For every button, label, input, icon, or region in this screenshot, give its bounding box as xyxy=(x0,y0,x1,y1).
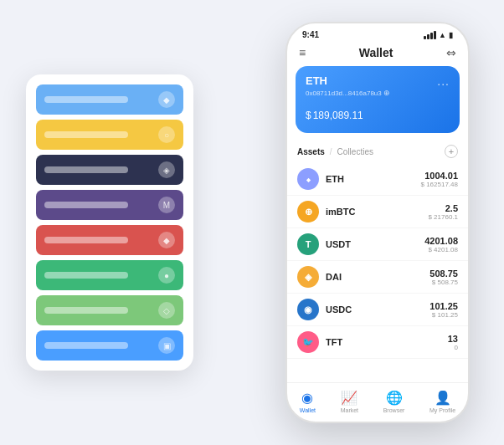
phone-frame: 9:41 ▲ ▮ ≡ Wallet ⇔ ... ETH 0x0 xyxy=(285,22,470,423)
asset-usd: $ 508.75 xyxy=(429,279,458,286)
asset-icon: T xyxy=(297,233,319,255)
asset-usd: 0 xyxy=(448,344,458,351)
asset-item[interactable]: 🐦TFT130 xyxy=(287,326,468,359)
asset-amount: 2.5 xyxy=(428,203,458,213)
card-item[interactable]: ◆ xyxy=(36,225,183,255)
status-icons: ▲ ▮ xyxy=(424,31,453,39)
asset-amounts: 508.75$ 508.75 xyxy=(429,269,458,286)
asset-icon: ⊕ xyxy=(297,201,319,222)
nav-icon-market: 📈 xyxy=(341,390,357,406)
wallet-card[interactable]: ... ETH 0x08711d3d...8416a78u3 ⊕ $189,08… xyxy=(296,66,460,133)
asset-item[interactable]: ⬥ETH1004.01$ 162517.48 xyxy=(287,163,468,196)
nav-item-wallet[interactable]: ◉Wallet xyxy=(300,390,316,413)
add-asset-button[interactable]: + xyxy=(445,145,458,158)
asset-icon: ◉ xyxy=(297,299,319,320)
nav-icon-my-profile: 👤 xyxy=(435,390,451,406)
status-bar: 9:41 ▲ ▮ xyxy=(287,23,468,43)
card-stack: ◆○◈M◆●◇▣ xyxy=(26,74,193,371)
wifi-icon: ▲ xyxy=(439,31,446,39)
asset-amounts: 4201.08$ 4201.08 xyxy=(424,236,458,253)
asset-item[interactable]: ◉USDC101.25$ 101.25 xyxy=(287,294,468,326)
nav-icon-wallet: ◉ xyxy=(301,390,313,406)
asset-item[interactable]: ⊕imBTC2.5$ 21760.1 xyxy=(287,196,468,228)
wallet-title: Wallet xyxy=(359,46,393,59)
asset-name: USDT xyxy=(326,239,424,249)
card-item[interactable]: ◆ xyxy=(36,84,183,115)
card-item[interactable]: M xyxy=(36,190,183,220)
asset-icon: 🐦 xyxy=(297,331,319,353)
wallet-address: 0x08711d3d...8416a78u3 ⊕ xyxy=(306,89,450,97)
tab-divider: / xyxy=(330,147,332,156)
asset-usd: $ 162517.48 xyxy=(421,181,459,188)
battery-icon: ▮ xyxy=(449,31,453,39)
menu-icon[interactable]: ≡ xyxy=(299,46,306,59)
nav-item-my-profile[interactable]: 👤My Profile xyxy=(429,390,455,413)
asset-amounts: 2.5$ 21760.1 xyxy=(428,203,458,221)
asset-amount: 4201.08 xyxy=(424,236,458,246)
assets-header: Assets / Collecties + xyxy=(287,141,468,163)
nav-label-browser: Browser xyxy=(383,407,405,413)
asset-amounts: 1004.01$ 162517.48 xyxy=(421,171,459,188)
card-item[interactable]: ● xyxy=(36,260,183,290)
expand-icon[interactable]: ⇔ xyxy=(446,46,456,59)
assets-section: Assets / Collecties + ⬥ETH1004.01$ 16251… xyxy=(287,141,468,382)
asset-usd: $ 101.25 xyxy=(429,311,458,319)
asset-amount: 508.75 xyxy=(429,269,458,279)
asset-name: imBTC xyxy=(326,207,428,217)
nav-label-my-profile: My Profile xyxy=(429,407,455,413)
card-item[interactable]: ○ xyxy=(36,120,183,150)
nav-item-market[interactable]: 📈Market xyxy=(341,390,358,413)
card-item[interactable]: ◈ xyxy=(36,155,183,185)
bottom-nav: ◉Wallet📈Market🌐Browser👤My Profile xyxy=(287,382,468,422)
assets-tabs: Assets / Collecties xyxy=(297,147,373,156)
asset-item[interactable]: TUSDT4201.08$ 4201.08 xyxy=(287,228,468,261)
asset-usd: $ 4201.08 xyxy=(424,246,458,253)
phone-header: ≡ Wallet ⇔ xyxy=(287,43,468,66)
card-item[interactable]: ◇ xyxy=(36,295,183,325)
nav-item-browser[interactable]: 🌐Browser xyxy=(383,390,405,413)
signal-icon xyxy=(424,31,436,39)
asset-amounts: 130 xyxy=(448,334,458,351)
nav-label-market: Market xyxy=(341,407,358,413)
asset-amounts: 101.25$ 101.25 xyxy=(429,301,458,319)
time-display: 9:41 xyxy=(302,30,319,39)
asset-amount: 101.25 xyxy=(429,301,458,311)
asset-icon: ◈ xyxy=(297,266,319,288)
nav-icon-browser: 🌐 xyxy=(386,390,403,406)
asset-item[interactable]: ◈DAI508.75$ 508.75 xyxy=(287,261,468,294)
asset-name: TFT xyxy=(326,337,448,347)
nav-label-wallet: Wallet xyxy=(300,407,316,413)
asset-icon: ⬥ xyxy=(297,168,319,190)
card-item[interactable]: ▣ xyxy=(36,330,183,361)
scene: ◆○◈M◆●◇▣ 9:41 ▲ ▮ ≡ Wallet ⇔ xyxy=(18,13,486,432)
tab-assets[interactable]: Assets xyxy=(297,147,325,156)
wallet-balance: $189,089.11 xyxy=(306,104,450,123)
asset-name: DAI xyxy=(326,272,429,282)
wallet-coin-name: ETH xyxy=(306,74,450,87)
wallet-card-menu[interactable]: ... xyxy=(437,74,450,88)
asset-amount: 1004.01 xyxy=(421,171,459,181)
asset-usd: $ 21760.1 xyxy=(428,213,458,221)
asset-name: USDC xyxy=(326,304,429,315)
asset-amount: 13 xyxy=(448,334,458,344)
tab-collecties[interactable]: Collecties xyxy=(337,147,373,156)
asset-list: ⬥ETH1004.01$ 162517.48⊕imBTC2.5$ 21760.1… xyxy=(287,163,468,382)
asset-name: ETH xyxy=(326,174,421,184)
